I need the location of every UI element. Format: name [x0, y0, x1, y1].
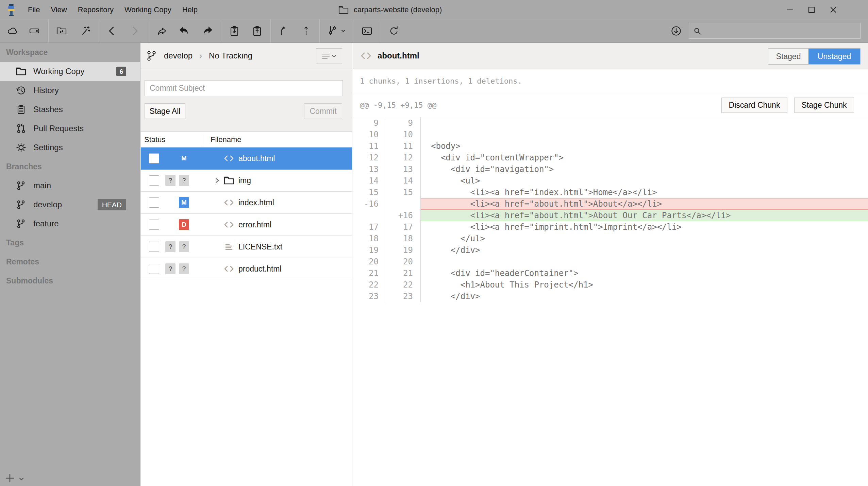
sidebar-item-settings[interactable]: Settings — [0, 138, 140, 157]
file-row-about-html[interactable]: Mabout.html — [141, 147, 352, 170]
file-name: product.html — [238, 264, 282, 274]
menu-file[interactable]: File — [22, 5, 45, 14]
status-badge: ? — [179, 175, 189, 186]
open-repo-icon[interactable] — [56, 25, 67, 37]
refresh-icon[interactable] — [388, 25, 400, 37]
sidebar-section-submodules[interactable]: Submodules — [0, 271, 140, 290]
commit-subject-input[interactable] — [145, 80, 343, 96]
redo-icon[interactable] — [202, 25, 214, 37]
sidebar-item-working-copy[interactable]: Working Copy6 — [0, 62, 140, 81]
diff-line: 1717 <li><a href="imprint.html">Imprint<… — [353, 221, 868, 233]
minimize-button[interactable] — [779, 0, 801, 19]
status-badge: ? — [165, 241, 176, 252]
diff-line: 1818 </ul> — [353, 233, 868, 244]
file-checkbox[interactable] — [149, 242, 159, 252]
current-branch[interactable]: develop — [164, 51, 193, 60]
code-icon — [223, 263, 234, 274]
new-line-number: 23 — [386, 291, 421, 302]
discard-chunk-button[interactable]: Discard Chunk — [721, 98, 787, 113]
old-line-number: 20 — [353, 256, 386, 267]
chevron-down-icon[interactable] — [340, 28, 346, 34]
old-line-number: 23 — [353, 291, 386, 302]
undo-icon[interactable] — [178, 25, 189, 37]
file-row-index-html[interactable]: Mindex.html — [141, 192, 352, 214]
column-divider[interactable] — [204, 134, 204, 145]
tracking-status[interactable]: No Tracking — [209, 51, 252, 60]
rebase-icon[interactable] — [300, 25, 312, 37]
tab-unstaged[interactable]: Unstaged — [808, 49, 860, 64]
file-list-header: Status Filename — [141, 132, 352, 147]
commit-button[interactable]: Commit — [304, 103, 342, 119]
file-name: LICENSE.txt — [238, 242, 282, 251]
diff-line: 1515 <li><a href="index.html">Home</a></… — [353, 187, 868, 198]
terminal-icon[interactable] — [361, 25, 373, 37]
sidebar-item-label: develop — [33, 200, 62, 209]
file-checkbox[interactable] — [149, 153, 159, 163]
chevron-down-icon[interactable] — [18, 476, 24, 482]
diff-line-deleted: -16 <li><a href="about.html">About</a></… — [353, 198, 868, 210]
menu-view[interactable]: View — [45, 5, 72, 14]
stage-chunk-button[interactable]: Stage Chunk — [794, 98, 854, 113]
tab-staged[interactable]: Staged — [768, 49, 808, 64]
old-line-number: 19 — [353, 244, 386, 256]
code-file-icon — [360, 50, 372, 62]
sidebar-section-remotes[interactable]: Remotes — [0, 252, 140, 271]
file-row-license-txt[interactable]: ??LICENSE.txt — [141, 236, 352, 258]
new-line-number — [386, 198, 421, 210]
file-row-error-html[interactable]: Derror.html — [141, 214, 352, 236]
menu-repository[interactable]: Repository — [72, 5, 119, 14]
graph-options-icon[interactable] — [327, 25, 338, 37]
toolbar-separator — [353, 19, 353, 42]
old-line-number: 9 — [353, 117, 386, 129]
toolbar — [0, 19, 868, 43]
add-repository-icon[interactable] — [5, 473, 15, 483]
hard-drive-icon[interactable] — [29, 25, 40, 37]
menu-working-copy[interactable]: Working Copy — [119, 5, 177, 14]
close-button[interactable] — [822, 0, 844, 19]
sidebar-item-feature[interactable]: feature — [0, 214, 140, 233]
search-input[interactable] — [705, 23, 860, 38]
diff-line-code: <li><a href="about.html">About Our Car P… — [421, 210, 868, 221]
file-row-product-html[interactable]: ??product.html — [141, 258, 352, 280]
stash-save-icon[interactable] — [229, 25, 240, 37]
file-checkbox[interactable] — [149, 220, 159, 230]
sidebar-section-tags[interactable]: Tags — [0, 233, 140, 252]
stash-icon — [16, 104, 27, 115]
quick-launch-wand-icon[interactable] — [79, 25, 91, 37]
app-logo-icon — [5, 3, 17, 16]
status-badge: ? — [165, 263, 176, 274]
maximize-button[interactable] — [801, 0, 822, 19]
cloud-icon[interactable] — [7, 25, 18, 37]
menu-help[interactable]: Help — [177, 5, 203, 14]
commit-area: Stage All Commit — [141, 69, 352, 132]
fetch-download-icon[interactable] — [670, 25, 682, 37]
merge-icon[interactable] — [278, 25, 289, 37]
expand-chevron-icon[interactable] — [214, 177, 220, 184]
stash-apply-icon[interactable] — [251, 25, 263, 37]
back-icon[interactable] — [106, 25, 118, 37]
diff-line-code: <div id="navigation"> — [421, 163, 868, 175]
sidebar-item-pull-requests[interactable]: Pull Requests — [0, 119, 140, 138]
file-checkbox[interactable] — [149, 264, 159, 274]
list-options-button[interactable] — [316, 48, 342, 64]
sidebar-item-develop[interactable]: developHEAD — [0, 195, 140, 214]
file-row-img[interactable]: ??img — [141, 170, 352, 192]
sidebar-item-history[interactable]: History — [0, 81, 140, 100]
toolbar-separator — [221, 19, 221, 42]
stage-all-button[interactable]: Stage All — [145, 103, 185, 119]
new-line-number: 13 — [386, 163, 421, 175]
sidebar-section-branches[interactable]: Branches — [0, 157, 140, 176]
forward-icon[interactable] — [129, 25, 140, 37]
old-line-number — [353, 210, 386, 221]
toolbar-separator — [319, 19, 320, 42]
diff-line: 1111<body> — [353, 140, 868, 152]
sidebar-item-stashes[interactable]: Stashes — [0, 100, 140, 119]
sidebar-item-main[interactable]: main — [0, 176, 140, 195]
diff-line-code: </ul> — [421, 233, 868, 244]
checkout-arrow-icon[interactable] — [156, 25, 168, 37]
new-line-number: 22 — [386, 279, 421, 291]
diff-line: 1919 </div> — [353, 244, 868, 256]
file-checkbox[interactable] — [149, 175, 159, 186]
file-checkbox[interactable] — [149, 197, 159, 208]
diff-line-code: </div> — [421, 291, 868, 302]
